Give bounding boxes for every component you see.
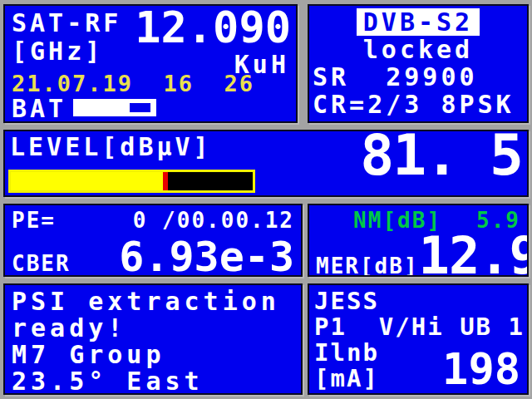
psi-status-line-1: PSI extraction [12,288,294,315]
datetime-text: 21.07.19 16 26 [12,71,254,96]
lock-status-text: locked [313,36,524,63]
symbol-rate-text: SR 29900 [313,63,524,91]
lnb-mode-text: JESS [314,288,522,314]
ghz-unit-label: [GHz] [12,37,103,65]
battery-label: BAT [12,95,66,122]
level-bar-fill [11,172,163,190]
lnb-port-text: P1 V/Hi UB 1 [314,314,522,340]
pe-value: 0 /00.00.12 [133,209,294,233]
panel-signal-quality: NM[dB] 5.9 MER[dB] 12.9 [308,204,529,277]
panel-dvb-status: DVB-S2 locked SR 29900 CR=2/3 8PSK [308,4,529,123]
mer-value: 12.9 [419,228,529,277]
panel-level: LEVEL[dBµV] 81. 5 [3,130,529,197]
panel-lnb: JESS P1 V/Hi UB 1 Ilnb [mA] 198 [308,283,529,395]
level-bar-empty [168,172,253,190]
code-rate-modulation-text: CR=2/3 8PSK [313,91,524,118]
level-label: LEVEL[dBµV] [10,133,212,160]
cber-label: CBER [12,252,71,276]
lnb-current-value: 198 [442,346,520,393]
level-bar-gauge [8,170,255,193]
panel-error-rates: PE= 0 /00.00.12 CBER 6.93e-3 [3,204,303,277]
panel-sat-rf: SAT-RF [GHz] 12.090 KuH 21.07.19 16 26 B… [3,4,298,123]
psi-status-line-2: ready! [12,315,294,342]
dvb-standard-badge: DVB-S2 [357,8,480,36]
orbital-position-text: 23.5° East [12,368,294,395]
network-name-text: M7 Group [12,342,294,368]
panel-psi-info: PSI extraction ready! M7 Group 23.5° Eas… [3,283,303,395]
mer-label: MER[dB] [316,254,419,277]
cber-value: 6.93e-3 [119,234,294,277]
battery-gauge-icon [73,99,156,116]
level-value: 81. 5 [360,130,522,187]
frequency-value: 12.090 [135,4,291,52]
battery-level-notch [130,103,150,112]
sat-rf-label: SAT-RF [12,9,121,37]
meter-screen: { "colors": { "panel_bg": "#0000EE", "fr… [0,0,532,399]
pe-label: PE= [12,209,56,233]
